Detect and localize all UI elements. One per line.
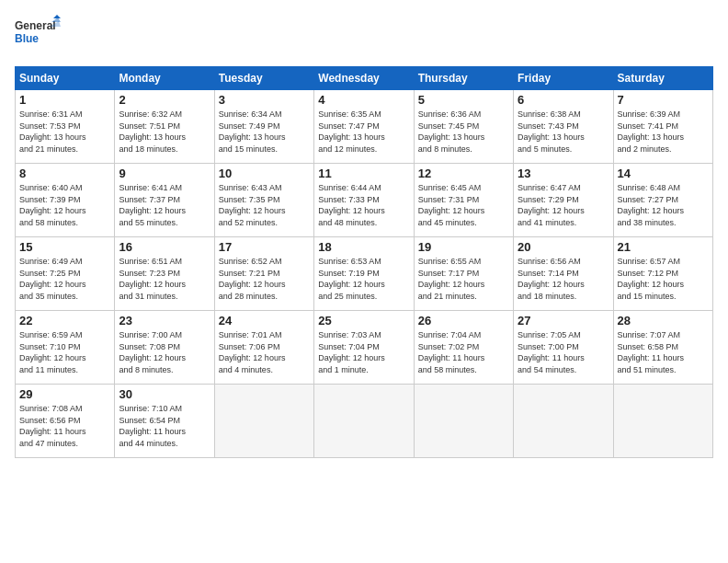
day-cell-15: 15Sunrise: 6:49 AMSunset: 7:25 PMDayligh… [16,237,115,311]
day-info: Sunrise: 6:32 AMSunset: 7:51 PMDaylight:… [119,109,210,155]
day-cell-7: 7Sunrise: 6:39 AMSunset: 7:41 PMDaylight… [613,90,712,164]
day-number: 21 [618,240,709,254]
day-cell-1: 1Sunrise: 6:31 AMSunset: 7:53 PMDaylight… [16,90,115,164]
day-number: 3 [219,93,310,107]
day-cell-9: 9Sunrise: 6:41 AMSunset: 7:37 PMDaylight… [115,164,214,237]
day-cell-19: 19Sunrise: 6:55 AMSunset: 7:17 PMDayligh… [414,237,513,311]
day-info: Sunrise: 6:45 AMSunset: 7:31 PMDaylight:… [418,182,509,228]
day-number: 30 [119,387,210,401]
day-number: 25 [318,314,409,327]
day-info: Sunrise: 6:31 AMSunset: 7:53 PMDaylight:… [19,109,110,155]
day-cell-25: 25Sunrise: 7:03 AMSunset: 7:04 PMDayligh… [314,311,414,385]
day-cell-2: 2Sunrise: 6:32 AMSunset: 7:51 PMDaylight… [115,90,214,164]
day-info: Sunrise: 6:56 AMSunset: 7:14 PMDaylight:… [518,256,609,302]
day-cell-30: 30Sunrise: 7:10 AMSunset: 6:54 PMDayligh… [115,385,214,458]
header: General Blue [15,15,713,55]
day-number: 18 [318,240,409,254]
day-number: 15 [19,240,110,254]
day-cell-11: 11Sunrise: 6:44 AMSunset: 7:33 PMDayligh… [314,164,414,237]
day-cell-10: 10Sunrise: 6:43 AMSunset: 7:35 PMDayligh… [214,164,313,237]
day-number: 20 [518,240,609,254]
day-cell-17: 17Sunrise: 6:52 AMSunset: 7:21 PMDayligh… [214,237,313,311]
empty-cell [214,385,313,458]
day-info: Sunrise: 6:40 AMSunset: 7:39 PMDaylight:… [19,182,110,228]
day-cell-13: 13Sunrise: 6:47 AMSunset: 7:29 PMDayligh… [514,164,613,237]
day-number: 14 [618,167,709,180]
day-cell-21: 21Sunrise: 6:57 AMSunset: 7:12 PMDayligh… [613,237,712,311]
day-info: Sunrise: 6:57 AMSunset: 7:12 PMDaylight:… [618,256,709,302]
day-number: 10 [219,167,310,180]
day-info: Sunrise: 6:39 AMSunset: 7:41 PMDaylight:… [618,109,709,155]
day-cell-14: 14Sunrise: 6:48 AMSunset: 7:27 PMDayligh… [613,164,712,237]
day-info: Sunrise: 6:52 AMSunset: 7:21 PMDaylight:… [219,256,310,302]
day-number: 6 [518,93,609,107]
day-number: 22 [19,314,110,327]
day-number: 2 [119,93,210,107]
weekday-header-monday: Monday [115,67,214,90]
day-number: 26 [418,314,509,327]
day-number: 12 [418,167,509,180]
day-info: Sunrise: 7:10 AMSunset: 6:54 PMDaylight:… [119,403,210,449]
weekday-header-thursday: Thursday [414,67,513,90]
day-info: Sunrise: 7:00 AMSunset: 7:08 PMDaylight:… [119,329,210,375]
day-number: 28 [618,314,709,327]
day-info: Sunrise: 6:41 AMSunset: 7:37 PMDaylight:… [119,182,210,228]
logo-svg: General Blue [15,15,61,55]
day-info: Sunrise: 6:49 AMSunset: 7:25 PMDaylight:… [19,256,110,302]
day-number: 8 [19,167,110,180]
day-info: Sunrise: 6:34 AMSunset: 7:49 PMDaylight:… [219,109,310,155]
day-number: 29 [19,387,110,401]
day-info: Sunrise: 6:44 AMSunset: 7:33 PMDaylight:… [318,182,409,228]
day-cell-5: 5Sunrise: 6:36 AMSunset: 7:45 PMDaylight… [414,90,513,164]
day-info: Sunrise: 6:48 AMSunset: 7:27 PMDaylight:… [618,182,709,228]
weekday-header-row: SundayMondayTuesdayWednesdayThursdayFrid… [16,67,713,90]
day-info: Sunrise: 6:47 AMSunset: 7:29 PMDaylight:… [518,182,609,228]
day-info: Sunrise: 6:51 AMSunset: 7:23 PMDaylight:… [119,256,210,302]
day-number: 27 [518,314,609,327]
day-number: 4 [318,93,409,107]
day-cell-16: 16Sunrise: 6:51 AMSunset: 7:23 PMDayligh… [115,237,214,311]
day-cell-8: 8Sunrise: 6:40 AMSunset: 7:39 PMDaylight… [16,164,115,237]
day-info: Sunrise: 7:01 AMSunset: 7:06 PMDaylight:… [219,329,310,375]
day-cell-20: 20Sunrise: 6:56 AMSunset: 7:14 PMDayligh… [514,237,613,311]
calendar-row-1: 8Sunrise: 6:40 AMSunset: 7:39 PMDaylight… [16,164,713,237]
day-info: Sunrise: 6:36 AMSunset: 7:45 PMDaylight:… [418,109,509,155]
day-info: Sunrise: 6:38 AMSunset: 7:43 PMDaylight:… [518,109,609,155]
day-number: 7 [618,93,709,107]
day-info: Sunrise: 6:43 AMSunset: 7:35 PMDaylight:… [219,182,310,228]
day-number: 23 [119,314,210,327]
day-number: 9 [119,167,210,180]
day-cell-22: 22Sunrise: 6:59 AMSunset: 7:10 PMDayligh… [16,311,115,385]
day-info: Sunrise: 7:05 AMSunset: 7:00 PMDaylight:… [518,329,609,375]
day-cell-27: 27Sunrise: 7:05 AMSunset: 7:00 PMDayligh… [514,311,613,385]
day-number: 17 [219,240,310,254]
weekday-header-wednesday: Wednesday [314,67,414,90]
day-number: 16 [119,240,210,254]
day-cell-3: 3Sunrise: 6:34 AMSunset: 7:49 PMDaylight… [214,90,313,164]
day-number: 1 [19,93,110,107]
day-number: 5 [418,93,509,107]
weekday-header-saturday: Saturday [613,67,712,90]
empty-cell [314,385,414,458]
day-info: Sunrise: 7:08 AMSunset: 6:56 PMDaylight:… [19,403,110,449]
empty-cell [514,385,613,458]
calendar-table: SundayMondayTuesdayWednesdayThursdayFrid… [15,66,713,458]
svg-marker-2 [53,15,61,18]
day-cell-12: 12Sunrise: 6:45 AMSunset: 7:31 PMDayligh… [414,164,513,237]
day-cell-28: 28Sunrise: 7:07 AMSunset: 6:58 PMDayligh… [613,311,712,385]
empty-cell [414,385,513,458]
day-info: Sunrise: 7:07 AMSunset: 6:58 PMDaylight:… [618,329,709,375]
svg-text:General: General [15,19,56,32]
weekday-header-tuesday: Tuesday [214,67,313,90]
day-number: 19 [418,240,509,254]
day-info: Sunrise: 6:53 AMSunset: 7:19 PMDaylight:… [318,256,409,302]
day-number: 24 [219,314,310,327]
svg-text:Blue: Blue [15,32,39,45]
calendar-row-4: 29Sunrise: 7:08 AMSunset: 6:56 PMDayligh… [16,385,713,458]
main-container: General Blue SundayMondayTuesdayWednesda… [0,0,728,465]
day-number: 11 [318,167,409,180]
day-cell-26: 26Sunrise: 7:04 AMSunset: 7:02 PMDayligh… [414,311,513,385]
day-cell-4: 4Sunrise: 6:35 AMSunset: 7:47 PMDaylight… [314,90,414,164]
weekday-header-friday: Friday [514,67,613,90]
day-cell-18: 18Sunrise: 6:53 AMSunset: 7:19 PMDayligh… [314,237,414,311]
